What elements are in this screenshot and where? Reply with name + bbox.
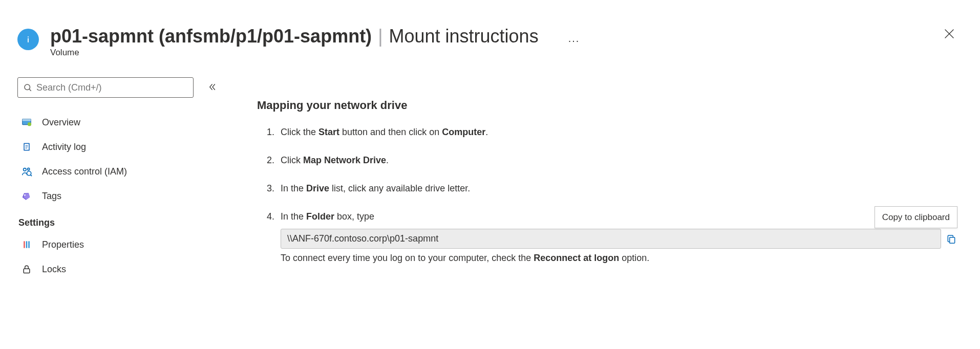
access-control-icon — [20, 165, 33, 178]
title-section: Mount instructions — [389, 26, 539, 47]
sidebar-item-properties[interactable]: Properties — [17, 232, 232, 257]
step-4: In the Folder box, type \\ANF-670f.conto… — [257, 210, 958, 265]
followup-text: To connect every time you log on to your… — [281, 253, 534, 263]
svg-point-14 — [24, 168, 27, 171]
step-followup: To connect every time you log on to your… — [281, 252, 958, 265]
step-bold: Start — [318, 127, 339, 137]
step-text: . — [485, 127, 488, 137]
step-bold: Map Network Drive — [303, 155, 386, 165]
copy-button[interactable]: Copy to clipboard — [944, 232, 958, 246]
sidebar-item-tags[interactable]: Tags — [17, 184, 232, 208]
search-row — [17, 77, 232, 98]
step-text: list, click any available drive letter. — [329, 183, 470, 193]
title-block: p01-sapmnt (anfsmb/p1/p01-sapmnt) | Moun… — [50, 26, 539, 58]
svg-rect-22 — [24, 269, 30, 273]
svg-point-8 — [28, 122, 31, 126]
page-title: p01-sapmnt (anfsmb/p1/p01-sapmnt) | Moun… — [50, 26, 539, 47]
title-divider: | — [378, 26, 382, 47]
svg-rect-20 — [26, 242, 28, 248]
search-box[interactable] — [17, 77, 194, 98]
sidebar-item-label: Properties — [42, 239, 84, 250]
mount-path-box[interactable]: \\ANF-670f.contoso.corp\p01-sapmnt — [281, 229, 941, 249]
properties-icon — [20, 238, 33, 251]
step-text: box, type — [334, 211, 374, 222]
title-resource: p01-sapmnt (anfsmb/p1/p01-sapmnt) — [50, 26, 372, 47]
body-row: Overview Activity log — [17, 77, 980, 281]
followup-bold: Reconnect at logon — [534, 253, 619, 263]
page-subtitle: Volume — [50, 48, 539, 58]
search-icon — [23, 83, 32, 92]
sidebar-item-label: Tags — [42, 191, 61, 202]
svg-point-4 — [25, 84, 30, 90]
step-text: button and then click on — [339, 127, 442, 137]
copy-tooltip: Copy to clipboard — [875, 206, 957, 229]
activity-log-icon — [20, 141, 33, 153]
svg-rect-21 — [28, 242, 30, 248]
sidebar-section-settings: Settings — [17, 217, 232, 228]
left-gutter — [0, 0, 17, 349]
main-area: p01-sapmnt (anfsmb/p1/p01-sapmnt) | Moun… — [17, 0, 980, 349]
overview-icon — [20, 116, 33, 128]
sidebar-item-access-control[interactable]: Access control (IAM) — [17, 159, 232, 184]
step-bold: Drive — [306, 183, 329, 193]
search-input[interactable] — [36, 82, 188, 93]
svg-line-17 — [30, 175, 32, 177]
path-row: \\ANF-670f.contoso.corp\p01-sapmnt Copy … — [281, 229, 958, 249]
tags-icon — [20, 190, 33, 202]
svg-rect-19 — [24, 242, 25, 248]
sidebar-item-activity-log[interactable]: Activity log — [17, 135, 232, 159]
sidebar: Overview Activity log — [17, 77, 232, 281]
svg-point-18 — [24, 194, 26, 196]
step-text: Click the — [281, 127, 318, 137]
step-text: . — [386, 155, 389, 165]
content-area: Mapping your network drive Click the Sta… — [232, 77, 980, 281]
svg-rect-7 — [23, 119, 31, 121]
sidebar-item-label: Locks — [42, 264, 66, 275]
followup-text: option. — [619, 253, 649, 263]
step-2: Click Map Network Drive. — [257, 154, 958, 167]
content-heading: Mapping your network drive — [257, 99, 958, 112]
locks-icon — [20, 263, 33, 275]
blade-header: p01-sapmnt (anfsmb/p1/p01-sapmnt) | Moun… — [17, 26, 980, 58]
step-bold: Folder — [306, 211, 334, 222]
svg-line-5 — [29, 90, 31, 91]
sidebar-item-label: Overview — [42, 117, 80, 128]
more-actions-icon[interactable]: ··· — [568, 35, 580, 47]
svg-rect-23 — [950, 237, 955, 244]
sidebar-item-label: Activity log — [42, 142, 86, 152]
step-text: In the — [281, 183, 306, 193]
collapse-sidebar-icon[interactable] — [208, 82, 217, 93]
instruction-list: Click the Start button and then click on… — [257, 125, 958, 265]
step-1: Click the Start button and then click on… — [257, 125, 958, 139]
step-text: Click — [281, 155, 303, 165]
step-bold: Computer — [442, 127, 485, 137]
svg-point-15 — [28, 168, 30, 170]
step-3: In the Drive list, click any available d… — [257, 182, 958, 195]
step-text: In the — [281, 211, 306, 222]
sidebar-item-label: Access control (IAM) — [42, 166, 127, 177]
copy-icon — [946, 234, 956, 244]
close-button[interactable] — [943, 28, 955, 40]
sidebar-item-locks[interactable]: Locks — [17, 257, 232, 281]
sidebar-item-overview[interactable]: Overview — [17, 110, 232, 135]
info-icon — [17, 29, 39, 50]
